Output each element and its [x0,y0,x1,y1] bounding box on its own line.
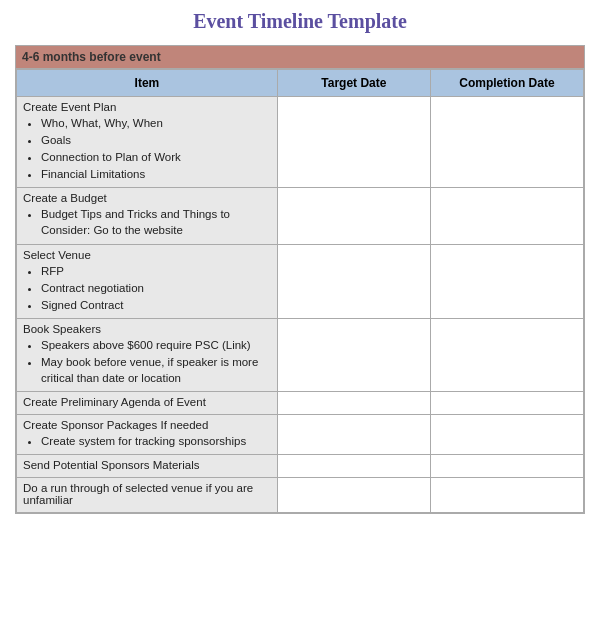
completion-date-cell [430,188,583,244]
bullet-item: Contract negotiation [41,280,271,296]
item-title: Create Preliminary Agenda of Event [23,396,271,408]
item-title: Create a Budget [23,192,271,204]
table-row: Do a run through of selected venue if yo… [17,478,584,513]
table-row: Select VenueRFPContract negotiationSigne… [17,244,584,318]
bullet-list: Budget Tips and Tricks and Things to Con… [23,206,271,238]
col-header-target-date: Target Date [277,70,430,97]
bullet-item: Signed Contract [41,297,271,313]
target-date-cell [277,188,430,244]
bullet-list: Who, What, Why, WhenGoalsConnection to P… [23,115,271,182]
item-cell: Create a BudgetBudget Tips and Tricks an… [17,188,278,244]
table-row: Book SpeakersSpeakers above $600 require… [17,318,584,391]
bullet-item: Create system for tracking sponsorships [41,433,271,449]
completion-date-cell [430,415,583,455]
item-cell: Do a run through of selected venue if yo… [17,478,278,513]
bullet-item: Budget Tips and Tricks and Things to Con… [41,206,271,238]
target-date-cell [277,392,430,415]
target-date-cell [277,97,430,188]
completion-date-cell [430,392,583,415]
item-cell: Select VenueRFPContract negotiationSigne… [17,244,278,318]
bullet-item: Financial Limitations [41,166,271,182]
bullet-list: Speakers above $600 require PSC (Link)Ma… [23,337,271,386]
item-cell: Book SpeakersSpeakers above $600 require… [17,318,278,391]
section-header: 4-6 months before event [16,46,584,69]
item-title: Create Sponsor Packages If needed [23,419,271,431]
target-date-cell [277,478,430,513]
bullet-list: Create system for tracking sponsorships [23,433,271,449]
item-title: Select Venue [23,249,271,261]
item-cell: Create Event PlanWho, What, Why, WhenGoa… [17,97,278,188]
bullet-item: Goals [41,132,271,148]
target-date-cell [277,415,430,455]
bullet-item: RFP [41,263,271,279]
bullet-item: May book before venue, if speaker is mor… [41,354,271,386]
table-row: Create Event PlanWho, What, Why, WhenGoa… [17,97,584,188]
completion-date-cell [430,97,583,188]
target-date-cell [277,244,430,318]
item-title: Book Speakers [23,323,271,335]
timeline-table: 4-6 months before event Item Target Date… [15,45,585,514]
bullet-item: Connection to Plan of Work [41,149,271,165]
col-header-completion-date: Completion Date [430,70,583,97]
completion-date-cell [430,455,583,478]
item-title: Do a run through of selected venue if yo… [23,482,271,506]
target-date-cell [277,318,430,391]
table-row: Create Preliminary Agenda of Event [17,392,584,415]
table-row: Create a BudgetBudget Tips and Tricks an… [17,188,584,244]
page-title: Event Timeline Template [15,10,585,33]
item-cell: Send Potential Sponsors Materials [17,455,278,478]
bullet-item: Speakers above $600 require PSC (Link) [41,337,271,353]
item-cell: Create Sponsor Packages If neededCreate … [17,415,278,455]
col-header-item: Item [17,70,278,97]
item-title: Send Potential Sponsors Materials [23,459,271,471]
table-row: Send Potential Sponsors Materials [17,455,584,478]
bullet-item: Who, What, Why, When [41,115,271,131]
bullet-list: RFPContract negotiationSigned Contract [23,263,271,313]
completion-date-cell [430,478,583,513]
completion-date-cell [430,318,583,391]
table-row: Create Sponsor Packages If neededCreate … [17,415,584,455]
target-date-cell [277,455,430,478]
item-cell: Create Preliminary Agenda of Event [17,392,278,415]
item-title: Create Event Plan [23,101,271,113]
completion-date-cell [430,244,583,318]
